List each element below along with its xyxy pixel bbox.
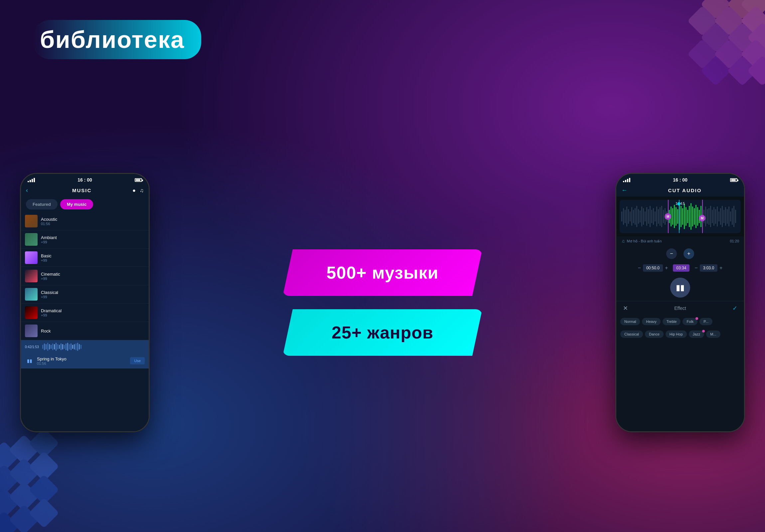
page-title: библиотека	[40, 26, 185, 53]
effect-jazz[interactable]: Jazz	[689, 330, 704, 338]
svg-rect-74	[660, 207, 661, 226]
right-app-title: CUT AUDIO	[631, 188, 739, 193]
waveform-section: M M 1:04:5	[616, 197, 744, 237]
svg-text:M: M	[701, 217, 703, 220]
main-content: 16 : 00 ‹ MUSIC ● ♫ Featured My music	[0, 73, 765, 532]
svg-rect-72	[656, 207, 657, 227]
svg-rect-95	[694, 208, 695, 225]
effect-folk[interactable]: Folk	[682, 318, 697, 325]
music-name: Basic	[41, 254, 145, 259]
svg-rect-32	[51, 345, 52, 349]
music-sub: +99	[41, 276, 145, 280]
effect-dance[interactable]: Dance	[645, 330, 664, 338]
effect-tags-row2: Classical Dance Hip Hop Jazz M...	[616, 328, 744, 340]
waveform-visual: M M 1:04:5	[620, 200, 739, 233]
svg-rect-116	[727, 209, 728, 224]
left-phone-screen: 16 : 00 ‹ MUSIC ● ♫ Featured My music	[21, 174, 149, 431]
back-arrow-icon[interactable]: ‹	[26, 187, 28, 194]
svg-rect-112	[720, 208, 721, 225]
back-arrow-icon[interactable]: ←	[621, 187, 627, 194]
zoom-out-button[interactable]: −	[666, 249, 677, 259]
svg-rect-27	[42, 345, 43, 349]
header-icons: ● ♫	[132, 188, 144, 194]
time-middle-display: 03:34	[673, 265, 689, 271]
use-button[interactable]: Use	[130, 357, 145, 364]
waveform-svg	[42, 342, 102, 351]
svg-point-127	[677, 202, 680, 206]
svg-rect-29	[46, 344, 47, 349]
playing-progress: 0:42/1:53	[25, 345, 39, 349]
effect-classical[interactable]: Classical	[620, 330, 643, 338]
svg-rect-43	[69, 344, 70, 349]
svg-rect-69	[651, 210, 652, 223]
playing-track-name: Spring in Tokyo	[37, 356, 130, 361]
svg-rect-56	[630, 212, 631, 222]
svg-rect-106	[710, 206, 711, 227]
svg-rect-111	[718, 212, 719, 222]
left-app-title: MUSIC	[31, 188, 132, 193]
effect-m[interactable]: M...	[706, 330, 720, 338]
music-name: Acoustic	[41, 217, 145, 222]
time-end-group: − 3:03.0 +	[694, 265, 722, 271]
svg-rect-45	[72, 345, 73, 349]
zoom-in-button[interactable]: +	[683, 249, 694, 259]
music-name: Ambiant	[41, 235, 145, 240]
svg-rect-57	[631, 207, 632, 226]
right-app-header: ← CUT AUDIO	[616, 184, 744, 197]
battery-icon	[730, 178, 737, 182]
effect-treble[interactable]: Treble	[663, 318, 681, 325]
right-phone-screen: 16 : 00 ← CUT AUDIO	[616, 174, 744, 431]
battery-icon	[135, 178, 142, 182]
effect-p[interactable]: P...	[699, 318, 712, 325]
effect-title: Effect	[674, 305, 686, 311]
list-item[interactable]: Basic +99	[21, 249, 149, 267]
svg-rect-114	[723, 210, 724, 223]
tab-my-music[interactable]: My music	[60, 199, 93, 210]
music-note-icon[interactable]: ♫	[140, 188, 144, 194]
banner-music-text: 500+ музыки	[327, 263, 439, 282]
svg-rect-61	[638, 209, 639, 224]
effect-folk-dot	[695, 317, 698, 320]
song-info-row: ♫ Mơ hồ - Bùi anh tuấn 01:20	[616, 237, 744, 246]
svg-rect-50	[81, 345, 82, 349]
list-item[interactable]: Acoustic 01:56	[21, 212, 149, 231]
right-status-time: 16 : 00	[673, 177, 687, 183]
thumb-dramatical	[25, 306, 38, 319]
svg-rect-121	[735, 210, 736, 223]
effect-hiphop[interactable]: Hip Hop	[666, 330, 687, 338]
svg-rect-51	[621, 212, 622, 222]
list-item[interactable]: Cinematic +99	[21, 267, 149, 285]
playing-track-item[interactable]: ▮▮ Spring in Tokyo 01:56 Use	[21, 353, 149, 368]
list-item[interactable]: Classical +99	[21, 285, 149, 303]
tab-featured[interactable]: Featured	[26, 199, 58, 210]
tab-bar: Featured My music	[21, 197, 149, 212]
time-end-minus[interactable]: −	[694, 265, 697, 271]
list-item[interactable]: Ambiant +99	[21, 231, 149, 249]
list-item[interactable]: Dramatical +99	[21, 303, 149, 322]
music-name: Rock	[41, 328, 145, 333]
play-pause-button[interactable]: ▮▮	[670, 277, 690, 297]
time-end-plus[interactable]: +	[719, 265, 722, 271]
music-sub: +99	[41, 313, 145, 317]
effect-close-button[interactable]: ✕	[623, 304, 628, 312]
search-icon[interactable]: ●	[132, 188, 136, 194]
svg-rect-84	[675, 207, 676, 226]
svg-rect-97	[697, 207, 698, 226]
effect-confirm-button[interactable]: ✓	[732, 304, 737, 312]
svg-rect-64	[643, 208, 644, 225]
svg-rect-39	[62, 344, 63, 349]
svg-rect-96	[695, 205, 696, 228]
time-start-minus[interactable]: −	[638, 265, 641, 271]
signal-icon	[623, 178, 630, 182]
svg-rect-44	[71, 343, 72, 350]
play-indicator[interactable]: ▮▮	[25, 356, 34, 365]
music-name: Classical	[41, 290, 145, 295]
time-start-plus[interactable]: +	[665, 265, 668, 271]
svg-rect-30	[47, 343, 48, 351]
effect-normal[interactable]: Normal	[620, 318, 640, 325]
list-item-rock[interactable]: Rock	[21, 322, 149, 340]
effect-heavy[interactable]: Heavy	[642, 318, 660, 325]
svg-rect-89	[684, 204, 685, 229]
svg-rect-34	[54, 344, 55, 349]
svg-rect-48	[77, 343, 78, 351]
